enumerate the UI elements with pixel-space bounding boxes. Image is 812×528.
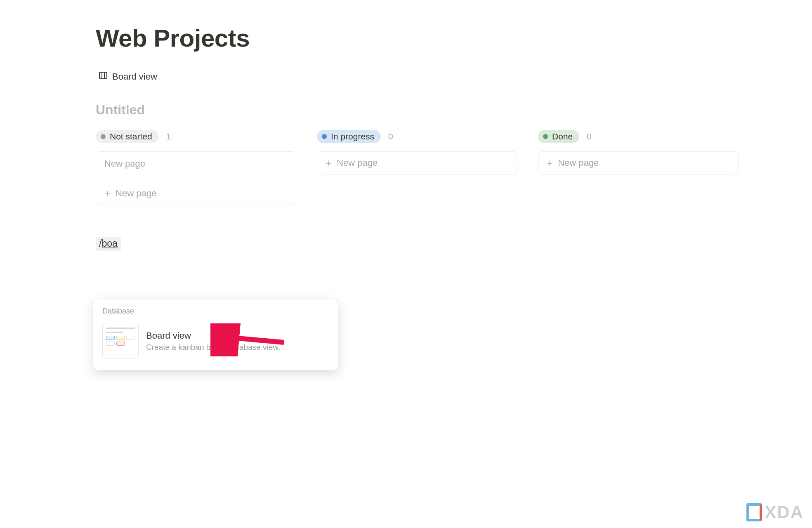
column-count: 0: [388, 132, 393, 141]
slash-query: boa: [102, 238, 117, 249]
menu-item-title: Board view: [146, 330, 329, 341]
plus-icon: +: [547, 158, 553, 168]
new-page-button[interactable]: +New page: [96, 182, 296, 205]
column-header[interactable]: Not started1: [96, 130, 296, 143]
watermark-glyph-icon: [746, 503, 762, 521]
board-icon: [98, 71, 108, 83]
status-dot-icon: [101, 134, 106, 139]
board-card[interactable]: New page: [96, 151, 296, 176]
new-page-label: New page: [116, 188, 156, 199]
slash-input[interactable]: /boa: [96, 237, 121, 251]
board-columns: Not started1New page+New pageIn progress…: [96, 130, 812, 205]
column-count: 1: [166, 132, 171, 141]
database-title[interactable]: Untitled: [96, 102, 812, 118]
view-tabs: Board view: [96, 71, 636, 89]
column-count: 0: [587, 132, 592, 141]
plus-icon: +: [326, 158, 332, 168]
new-page-label: New page: [558, 158, 599, 168]
svg-rect-0: [99, 72, 107, 79]
slash-menu: Database Board view Create a kanban boar…: [93, 299, 338, 370]
slash-menu-item-board-view[interactable]: Board view Create a kanban board databas…: [93, 321, 338, 363]
column-header[interactable]: In progress0: [317, 130, 517, 143]
board-column: Done0+New page: [538, 130, 739, 205]
plus-icon: +: [104, 188, 111, 199]
new-page-label: New page: [337, 158, 378, 168]
new-page-button[interactable]: +New page: [538, 151, 739, 174]
board-view-thumbnail-icon: [102, 324, 139, 358]
menu-item-description: Create a kanban board database view.: [146, 343, 329, 352]
status-pill[interactable]: Done: [538, 130, 579, 143]
column-header[interactable]: Done0: [538, 130, 739, 143]
new-page-button[interactable]: +New page: [317, 151, 517, 174]
board-column: In progress0+New page: [317, 130, 517, 205]
status-pill[interactable]: Not started: [96, 130, 159, 143]
tab-board-view[interactable]: Board view: [96, 71, 157, 83]
status-pill[interactable]: In progress: [317, 130, 381, 143]
status-label: In progress: [331, 132, 374, 141]
slash-menu-section: Database: [93, 307, 338, 321]
status-dot-icon: [322, 134, 327, 139]
status-dot-icon: [543, 134, 548, 139]
watermark-text: XDA: [765, 502, 804, 522]
board-column: Not started1New page+New page: [96, 130, 296, 205]
slash-command-row[interactable]: /boa: [96, 237, 812, 251]
status-label: Not started: [110, 132, 152, 141]
status-label: Done: [552, 132, 573, 141]
watermark: XDA: [746, 502, 804, 522]
tab-label: Board view: [112, 71, 157, 82]
page-title[interactable]: Web Projects: [96, 24, 812, 52]
